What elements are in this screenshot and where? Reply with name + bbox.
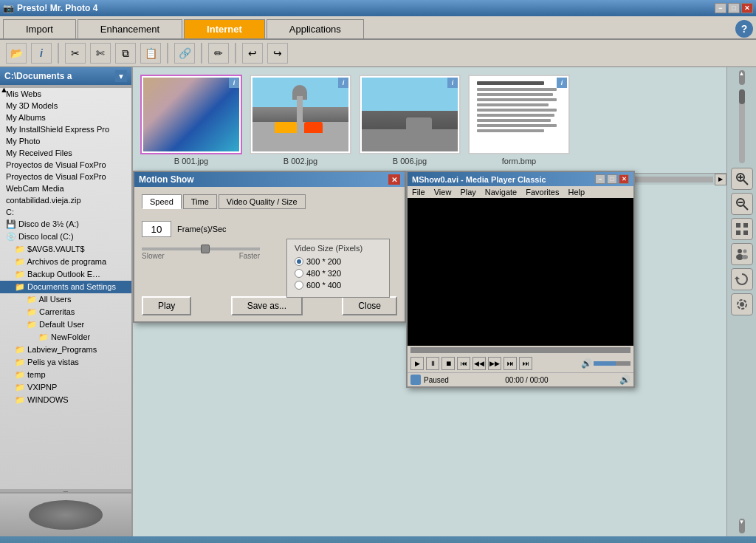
tree-item-backup[interactable]: 📁 Backup Outlook Express (0, 268, 131, 281)
scroll-right-btn[interactable]: ▶ (715, 174, 726, 185)
tree-item-albums[interactable]: My Albums (0, 112, 131, 123)
scissors-button[interactable]: ✄ (90, 43, 111, 64)
tree-item-webcam[interactable]: WebCam Media (0, 182, 131, 194)
tree-item-carreritas[interactable]: 📁 Carreritas (0, 306, 131, 318)
tab-import[interactable]: Import (3, 19, 76, 38)
mp-volume-slider[interactable] (594, 361, 630, 366)
vscroll-track[interactable] (739, 89, 745, 163)
maximize-button[interactable]: □ (728, 3, 740, 13)
thumb-info-btn-1[interactable]: i (229, 78, 239, 88)
mp-menu-view[interactable]: View (434, 188, 452, 197)
radio-480x320-btn[interactable] (295, 269, 303, 278)
mp-next-btn[interactable]: ⏭ (504, 357, 517, 370)
close-dialog-button[interactable]: Close (342, 296, 397, 315)
tree-item-zip[interactable]: contabilidad.vieja.zip (0, 194, 131, 206)
tree-item-default-user[interactable]: 📁 Default User (0, 318, 131, 331)
tree-item-pelis[interactable]: 📁 Pelis ya vistas (0, 356, 131, 369)
help-button[interactable]: ? (735, 20, 753, 38)
tree-item-installshield[interactable]: My InstallShield Express Pro (0, 123, 131, 135)
grid-button[interactable] (731, 218, 753, 240)
mp-pause-btn[interactable]: ⏸ (426, 357, 439, 370)
speed-slider-thumb[interactable] (201, 245, 210, 253)
tab-enhancement[interactable]: Enhancement (78, 19, 182, 38)
radio-300x200-btn[interactable] (295, 257, 303, 266)
link-button[interactable]: 🔗 (174, 43, 195, 64)
mp-progress-bar-container[interactable] (410, 347, 630, 353)
mp-volume-icon[interactable]: 🔊 (581, 358, 592, 369)
tree-item-windows[interactable]: 📁 WINDOWS (0, 394, 131, 406)
mp-back-btn[interactable]: ◀◀ (472, 357, 486, 370)
dialog-close-button[interactable]: ✕ (388, 174, 400, 185)
frames-per-sec-input[interactable] (142, 221, 171, 237)
people-button[interactable] (731, 243, 753, 265)
panel-dropdown[interactable]: ▼ (115, 70, 127, 82)
tree-item-mis-webs[interactable]: Mis Webs (0, 88, 131, 100)
thumbnail-item-4[interactable]: i form.bmp (468, 75, 570, 165)
mp-minimize-btn[interactable]: − (595, 174, 605, 184)
mp-mute-button[interactable]: 🔊 (619, 375, 630, 385)
tree-item-avg[interactable]: 📁 $AVG8.VAULT$ (0, 243, 131, 256)
tree-item-c[interactable]: C: (0, 206, 131, 218)
edit-button[interactable]: ✏ (208, 43, 229, 64)
zoom-out-button[interactable] (731, 193, 753, 215)
mp-prev-btn[interactable]: ⏮ (457, 357, 470, 370)
thumb-info-btn-4[interactable]: i (557, 78, 567, 88)
thumbnail-item-2[interactable]: i B 002.jpg (250, 75, 351, 165)
redo-button[interactable]: ↪ (267, 43, 288, 64)
vscroll-up-btn[interactable]: ▲ (739, 70, 745, 85)
rotate-button[interactable] (731, 268, 753, 290)
thumbnail-item-3[interactable]: i B 006.jpg (359, 75, 461, 165)
mp-menu-play[interactable]: Play (460, 188, 475, 197)
thumb-info-btn-2[interactable]: i (338, 78, 348, 88)
save-as-button[interactable]: Save as... (231, 296, 303, 315)
vscroll-down-btn[interactable]: ▼ (739, 519, 745, 533)
radio-600x400[interactable]: 600 * 400 (295, 281, 382, 290)
tree-item-received-files[interactable]: My Received Files (0, 147, 131, 159)
tree-item-disk-c[interactable]: 💿 Disco local (C:) (0, 230, 131, 243)
close-button[interactable]: ✕ (741, 3, 753, 13)
tree-item-labview[interactable]: 📁 Labview_Programs (0, 344, 131, 356)
tree-item-foxpro1[interactable]: Proyectos de Visual FoxPro (0, 159, 131, 171)
radio-480x320[interactable]: 480 * 320 (295, 269, 382, 278)
tree-item-newfolder[interactable]: 📁 NewFolder (0, 331, 131, 344)
copy-button[interactable]: ⧉ (115, 43, 136, 64)
thumbnail-item-1[interactable]: i B 001.jpg (140, 75, 242, 165)
tab-applications[interactable]: Applications (267, 19, 364, 38)
radio-600x400-btn[interactable] (295, 281, 303, 290)
tab-speed[interactable]: Speed (142, 194, 182, 209)
minimize-button[interactable]: − (715, 3, 726, 13)
cut-button[interactable]: ✂ (65, 43, 86, 64)
thumb-info-btn-3[interactable]: i (447, 78, 458, 88)
zoom-in-button[interactable] (731, 168, 753, 190)
undo-button[interactable]: ↩ (242, 43, 263, 64)
mp-menu-file[interactable]: File (412, 188, 425, 197)
tree-item-all-users[interactable]: 📁 All Users (0, 293, 131, 306)
mp-maximize-btn[interactable]: □ (607, 174, 617, 184)
tree-item-temp[interactable]: 📁 temp (0, 369, 131, 381)
info-button[interactable]: i (31, 43, 52, 64)
mp-forward-btn[interactable]: ▶▶ (488, 357, 501, 370)
speed-slider-track[interactable] (142, 247, 260, 250)
tree-item-vxipnp[interactable]: 📁 VXIPNP (0, 381, 131, 394)
mp-play-btn[interactable]: ▶ (410, 357, 424, 370)
tree-item-archivos[interactable]: 📁 Archivos de programa (0, 256, 131, 268)
tab-time[interactable]: Time (183, 194, 217, 209)
mp-menu-help[interactable]: Help (568, 188, 585, 197)
paste-button[interactable]: 📋 (140, 43, 161, 64)
radio-300x200[interactable]: 300 * 200 (295, 257, 382, 266)
tree-item-docs-settings[interactable]: 📁 Documents and Settings (0, 281, 131, 293)
settings-button[interactable] (731, 293, 753, 315)
mp-end-btn[interactable]: ⏭ (519, 357, 532, 370)
mp-stop-btn[interactable]: ⏹ (441, 357, 455, 370)
tree-item-myphoto[interactable]: My Photo (0, 135, 131, 147)
mp-menu-navigate[interactable]: Navigate (485, 188, 517, 197)
tab-video-quality[interactable]: Video Quality / Size (219, 194, 306, 209)
open-button[interactable]: 📂 (6, 43, 27, 64)
tab-internet[interactable]: Internet (184, 19, 265, 38)
mp-close-btn[interactable]: ✕ (619, 174, 629, 184)
tree-item-foxpro2[interactable]: Proyectos de Visual FoxPro (0, 171, 131, 182)
mp-menu-favorites[interactable]: Favorites (526, 188, 559, 197)
play-button[interactable]: Play (142, 296, 191, 315)
tree-item-3d[interactable]: My 3D Models (0, 100, 131, 112)
tree-item-floppy[interactable]: 💾 Disco de 3½ (A:) (0, 218, 131, 230)
